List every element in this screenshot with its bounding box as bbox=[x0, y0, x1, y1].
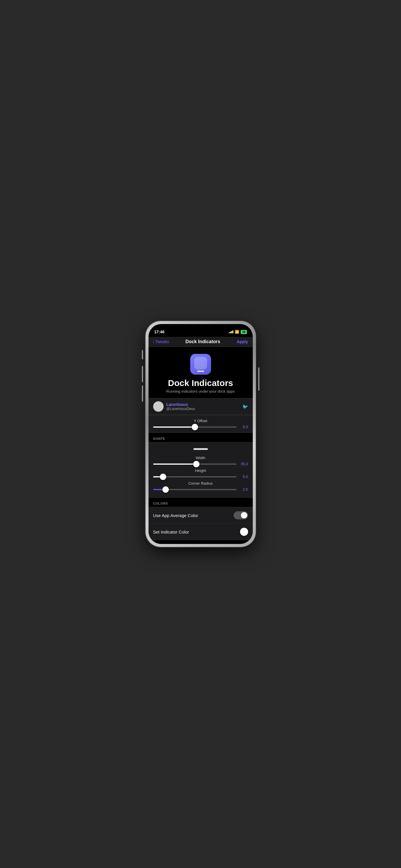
corner-radius-label: Corner Radius bbox=[153, 481, 248, 486]
chevron-left-icon: ‹ bbox=[153, 339, 154, 344]
volume-down-button[interactable] bbox=[142, 385, 143, 402]
hero-section: Dock Indicators Running indicators under… bbox=[148, 347, 253, 398]
colors-section: Use App Average Color Set Indicator Colo… bbox=[148, 507, 253, 540]
set-indicator-color-label: Set Indicator Color bbox=[153, 529, 189, 534]
y-offset-slider-row: 5.0 bbox=[153, 425, 248, 429]
colors-section-header: COLORS bbox=[148, 498, 253, 507]
y-offset-section: Y Offset 5.0 bbox=[148, 415, 253, 433]
width-fill bbox=[153, 464, 197, 465]
hero-title: Dock Indicators bbox=[168, 378, 233, 388]
width-slider-row: 35.0 bbox=[153, 462, 248, 466]
height-group: Height 5.0 bbox=[153, 468, 248, 479]
corner-radius-thumb[interactable] bbox=[163, 486, 169, 493]
home-indicator bbox=[148, 542, 253, 544]
phone-frame: 17:46 📶 39 ‹ Tweaks bbox=[146, 321, 256, 547]
author-card: Lacertosus @LacertosusDeus 🐦 bbox=[148, 398, 253, 415]
author-name: Lacertosus bbox=[167, 402, 195, 407]
width-label: Width bbox=[153, 456, 248, 460]
screen-content[interactable]: ‹ Tweaks Dock Indicators Apply Dock Indi… bbox=[148, 337, 253, 544]
navigation-bar: ‹ Tweaks Dock Indicators Apply bbox=[148, 337, 253, 347]
status-time: 17:46 bbox=[154, 330, 165, 334]
shape-section-header: SHAPE bbox=[148, 433, 253, 442]
y-offset-track[interactable] bbox=[153, 427, 236, 428]
y-offset-value: 5.0 bbox=[239, 425, 248, 429]
height-thumb[interactable] bbox=[160, 474, 166, 480]
shape-sliders: Width 35.0 Height bbox=[148, 456, 253, 497]
corner-radius-track[interactable] bbox=[153, 489, 236, 490]
set-indicator-color-row[interactable]: Set Indicator Color bbox=[148, 524, 253, 540]
width-track[interactable] bbox=[153, 464, 236, 465]
shape-preview bbox=[148, 442, 253, 456]
height-label: Height bbox=[153, 468, 248, 473]
back-label: Tweaks bbox=[155, 339, 169, 344]
notch bbox=[179, 324, 222, 332]
volume-up-button[interactable] bbox=[142, 366, 143, 382]
author-handle: @LacertosusDeus bbox=[167, 407, 195, 411]
page-title: Dock Indicators bbox=[185, 339, 220, 344]
height-slider-row: 5.0 bbox=[153, 474, 248, 479]
avatar bbox=[153, 401, 164, 412]
shape-section: Width 35.0 Height bbox=[148, 442, 253, 498]
y-offset-label: Y Offset bbox=[153, 418, 248, 423]
width-value: 35.0 bbox=[239, 462, 248, 466]
phone-screen: 17:46 📶 39 ‹ Tweaks bbox=[148, 324, 253, 544]
status-icons: 📶 39 bbox=[229, 330, 247, 334]
width-thumb[interactable] bbox=[193, 461, 199, 467]
apply-button[interactable]: Apply bbox=[237, 339, 248, 344]
corner-radius-slider-row: 2.5 bbox=[153, 487, 248, 492]
power-button[interactable] bbox=[258, 368, 259, 391]
height-value: 5.0 bbox=[239, 474, 248, 479]
spacer bbox=[148, 540, 253, 542]
app-icon bbox=[190, 354, 211, 375]
corner-radius-value: 2.5 bbox=[239, 487, 248, 492]
use-app-avg-color-label: Use App Average Color bbox=[153, 513, 198, 518]
y-offset-thumb[interactable] bbox=[192, 424, 198, 430]
use-app-avg-color-row: Use App Average Color bbox=[148, 507, 253, 524]
color-circle[interactable] bbox=[240, 528, 248, 536]
battery-indicator: 39 bbox=[240, 330, 247, 334]
use-app-avg-color-toggle[interactable] bbox=[234, 511, 248, 519]
signal-icon bbox=[229, 331, 233, 333]
hero-subtitle: Running indicators under your dock apps bbox=[166, 389, 234, 394]
wifi-icon: 📶 bbox=[235, 330, 239, 334]
mute-button[interactable] bbox=[142, 350, 143, 359]
y-offset-fill bbox=[153, 427, 195, 428]
back-button[interactable]: ‹ Tweaks bbox=[153, 339, 169, 344]
corner-radius-group: Corner Radius 2.5 bbox=[153, 481, 248, 492]
width-group: Width 35.0 bbox=[153, 456, 248, 466]
indicator-preview bbox=[193, 448, 208, 450]
height-track[interactable] bbox=[153, 476, 236, 477]
twitter-icon[interactable]: 🐦 bbox=[242, 404, 248, 409]
